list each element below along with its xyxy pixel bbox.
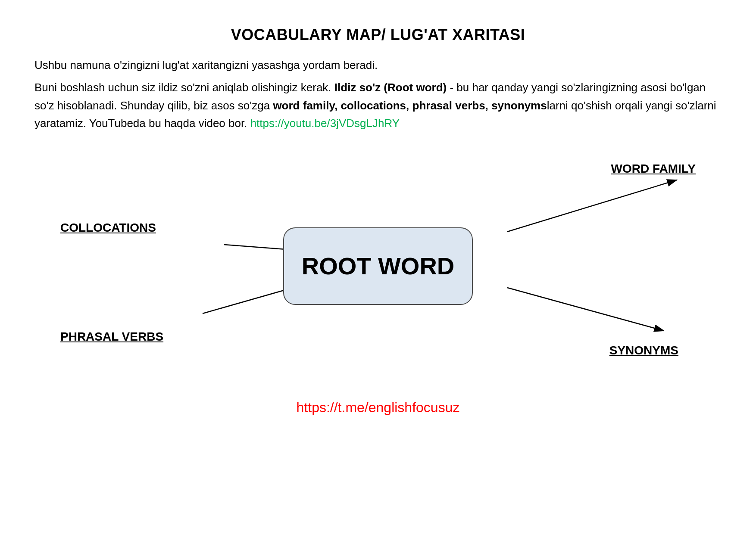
youtube-link[interactable]: https://youtu.be/3jVDsgLJhRY — [250, 117, 400, 130]
page-title: VOCABULARY MAP/ LUG'AT XARITASI — [34, 26, 722, 44]
collocations-label: COLLOCATIONS — [60, 221, 156, 235]
root-word-box: ROOT WORD — [283, 227, 473, 305]
synonyms-label: SYNONYMS — [609, 344, 678, 357]
intro-paragraph: Ushbu namuna o'zingizni lug'at xaritangi… — [34, 57, 722, 74]
word-family-label: WORD FAMILY — [611, 162, 696, 176]
root-word-label: ROOT WORD — [302, 252, 455, 280]
svg-line-3 — [507, 288, 664, 331]
phrasal-verbs-label: PHRASAL VERBS — [60, 330, 163, 344]
svg-line-0 — [507, 180, 677, 232]
description-paragraph: Buni boshlash uchun siz ildiz so'zni ani… — [34, 79, 722, 133]
desc-part1: Buni boshlash uchun siz ildiz so'zni ani… — [34, 81, 334, 94]
desc-bold1: Ildiz so'z (Root word) — [334, 81, 447, 94]
vocabulary-diagram: ROOT WORD WORD FAMILY COLLOCATIONS PHRAS… — [34, 146, 722, 387]
telegram-link[interactable]: https://t.me/englishfocusuz — [34, 400, 722, 416]
desc-bold2: word family, collocations, phrasal verbs… — [273, 99, 547, 112]
